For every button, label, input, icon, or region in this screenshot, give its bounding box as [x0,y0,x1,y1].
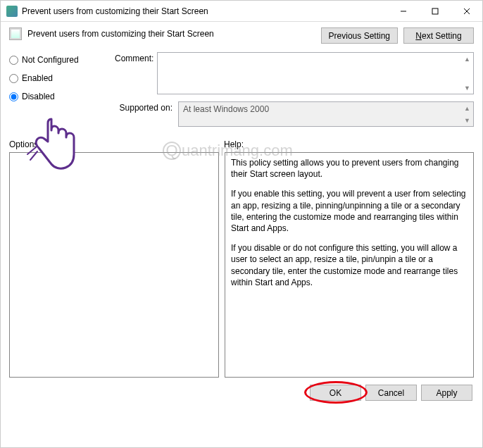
scroll-down-icon[interactable]: ▼ [462,115,472,125]
app-icon [6,6,18,17]
maximize-button[interactable] [419,1,451,22]
help-panel: This policy setting allows you to preven… [225,152,474,378]
policy-icon [9,27,22,40]
svg-rect-1 [432,8,438,14]
comment-textarea[interactable]: ▲ ▼ [157,52,474,94]
supported-on-label: Supported on: [115,101,178,127]
cancel-button[interactable]: Cancel [365,385,417,401]
previous-setting-button[interactable]: Previous Setting [321,27,398,44]
window-title: Prevent users from customizing their Sta… [22,6,387,16]
titlebar: Prevent users from customizing their Sta… [1,1,482,22]
help-label: Help: [224,139,474,149]
comment-label: Comment: [115,52,157,94]
help-text: If you disable or do not configure this … [231,242,468,288]
scroll-down-icon[interactable]: ▼ [462,82,472,93]
options-panel [9,152,219,378]
close-button[interactable] [451,1,482,22]
radio-enabled[interactable]: Enabled [9,73,115,83]
help-text: This policy setting allows you to preven… [231,157,468,180]
radio-label: Enabled [22,73,53,83]
options-label: Options: [9,139,224,149]
radio-not-configured-input[interactable] [9,56,18,65]
scroll-up-icon[interactable]: ▲ [462,54,472,64]
radio-not-configured[interactable]: Not Configured [9,55,115,65]
radio-enabled-input[interactable] [9,74,18,83]
supported-on-box: At least Windows 2000 ▲ ▼ [178,101,474,127]
next-setting-button[interactable]: Next Setting [403,27,474,44]
radio-label: Disabled [22,92,55,101]
radio-disabled[interactable]: Disabled [9,92,115,101]
scroll-up-icon[interactable]: ▲ [462,103,472,113]
radio-label: Not Configured [22,55,79,65]
apply-button[interactable]: Apply [421,385,472,401]
ok-button[interactable]: OK [310,385,361,401]
help-text: If you enable this setting, you will pre… [231,188,468,234]
radio-disabled-input[interactable] [9,92,18,101]
policy-title: Prevent users from customizing their Sta… [27,29,214,39]
supported-on-value: At least Windows 2000 [183,104,269,114]
minimize-button[interactable] [387,1,419,22]
